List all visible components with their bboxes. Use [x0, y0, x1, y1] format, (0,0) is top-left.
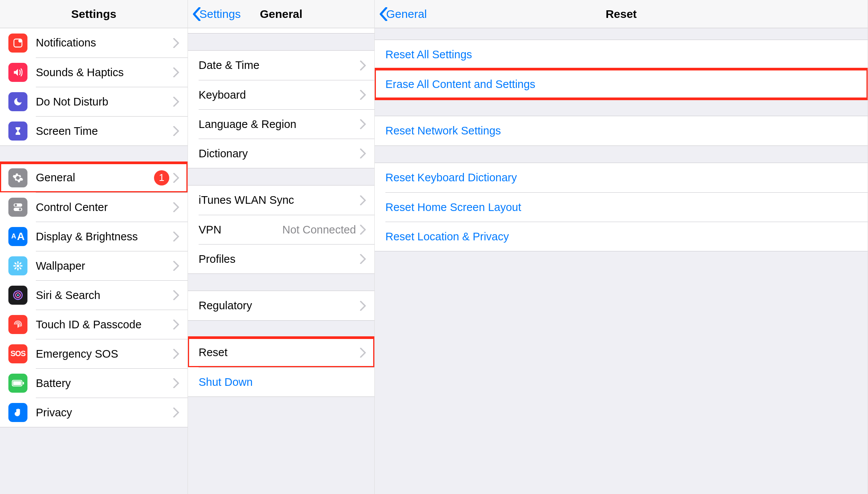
row-label: Reset Network Settings — [385, 125, 859, 137]
chevron-right-icon — [360, 61, 366, 70]
row-erase-all[interactable]: Erase All Content and Settings — [375, 69, 868, 99]
sounds-icon — [8, 63, 27, 82]
row-label: Display & Brightness — [36, 230, 173, 243]
row-itunes-sync[interactable]: iTunes WLAN Sync — [188, 185, 374, 215]
row-label: iTunes WLAN Sync — [199, 194, 360, 206]
section-gap — [188, 168, 374, 185]
navbar-general: Settings General — [188, 0, 374, 28]
section-gap — [188, 34, 374, 50]
row-datetime[interactable]: Date & Time — [188, 51, 374, 80]
chevron-right-icon — [173, 126, 179, 136]
svg-point-5 — [19, 208, 21, 210]
chevron-right-icon — [360, 90, 366, 100]
row-language[interactable]: Language & Region — [188, 109, 374, 139]
row-sos[interactable]: SOS Emergency SOS — [0, 339, 188, 368]
chevron-right-icon — [173, 378, 179, 388]
row-label: Siri & Search — [36, 289, 173, 302]
chevron-right-icon — [173, 173, 179, 183]
flower-icon — [8, 256, 27, 275]
row-reset-keyboard[interactable]: Reset Keyboard Dictionary — [375, 163, 868, 192]
row-label: Dictionary — [199, 147, 360, 160]
row-general[interactable]: General 1 — [0, 163, 188, 192]
row-dnd[interactable]: Do Not Disturb — [0, 87, 188, 116]
chevron-right-icon — [173, 97, 179, 107]
row-touchid[interactable]: Touch ID & Passcode — [0, 310, 188, 339]
hand-icon — [8, 403, 27, 422]
chevron-right-icon — [173, 261, 179, 271]
back-button[interactable]: General — [379, 0, 427, 28]
chevron-right-icon — [360, 149, 366, 158]
section-gap — [375, 28, 868, 40]
svg-point-6 — [17, 264, 19, 267]
navbar-settings: Settings — [0, 0, 188, 28]
row-label: Wallpaper — [36, 260, 173, 272]
row-siri[interactable]: Siri & Search — [0, 280, 188, 310]
pane-settings: Settings Notifications Sounds & Haptics — [0, 0, 188, 494]
fingerprint-icon — [8, 315, 27, 334]
gear-icon — [8, 168, 27, 187]
chevron-right-icon — [173, 320, 179, 329]
notifications-icon — [8, 34, 27, 53]
row-label: Emergency SOS — [36, 348, 173, 360]
row-label: Privacy — [36, 406, 173, 419]
chevron-right-icon — [360, 301, 366, 311]
row-label: Regulatory — [199, 299, 360, 312]
settings-list: Notifications Sounds & Haptics Do No — [0, 28, 188, 494]
svg-point-9 — [17, 294, 19, 296]
chevron-right-icon — [360, 119, 366, 129]
badge: 1 — [154, 170, 169, 185]
back-button[interactable]: Settings — [193, 0, 241, 28]
svg-point-4 — [14, 204, 17, 206]
row-regulatory[interactable]: Regulatory — [188, 291, 374, 320]
row-label: Screen Time — [36, 125, 173, 137]
row-label: Reset Location & Privacy — [385, 230, 859, 243]
row-label: Reset All Settings — [385, 48, 859, 61]
row-label: Keyboard — [199, 89, 360, 101]
row-reset[interactable]: Reset — [188, 338, 374, 367]
section-gap — [188, 274, 374, 291]
moon-icon — [8, 92, 27, 111]
row-label: General — [36, 171, 154, 184]
row-label: Date & Time — [199, 59, 360, 72]
navbar-reset: General Reset — [375, 0, 868, 28]
row-label: Touch ID & Passcode — [36, 318, 173, 331]
row-shutdown[interactable]: Shut Down — [188, 367, 374, 396]
row-reset-all[interactable]: Reset All Settings — [375, 40, 868, 69]
row-control-center[interactable]: Control Center — [0, 192, 188, 222]
row-sounds[interactable]: Sounds & Haptics — [0, 58, 188, 87]
row-keyboard[interactable]: Keyboard — [188, 80, 374, 109]
row-wallpaper[interactable]: Wallpaper — [0, 251, 188, 280]
row-reset-home[interactable]: Reset Home Screen Layout — [375, 192, 868, 222]
row-label: Do Not Disturb — [36, 96, 173, 108]
row-label: Reset Home Screen Layout — [385, 201, 859, 214]
page-title: Reset — [583, 8, 659, 21]
row-privacy[interactable]: Privacy — [0, 398, 188, 427]
row-dictionary[interactable]: Dictionary — [188, 139, 374, 168]
back-label: General — [386, 8, 427, 21]
row-display[interactable]: AA Display & Brightness — [0, 222, 188, 251]
row-value: Not Connected — [282, 224, 356, 236]
chevron-right-icon — [173, 232, 179, 241]
chevron-right-icon — [360, 348, 366, 358]
row-reset-location[interactable]: Reset Location & Privacy — [375, 222, 868, 251]
row-battery[interactable]: Battery — [0, 368, 188, 398]
row-label: Profiles — [199, 253, 360, 265]
svg-point-1 — [18, 39, 22, 42]
section-gap — [375, 99, 868, 116]
row-label: Notifications — [36, 37, 173, 49]
chevron-right-icon — [360, 195, 366, 205]
chevron-right-icon — [173, 202, 179, 212]
row-reset-network[interactable]: Reset Network Settings — [375, 116, 868, 145]
back-label: Settings — [199, 8, 241, 21]
svg-rect-11 — [13, 381, 21, 385]
row-profiles[interactable]: Profiles — [188, 244, 374, 273]
row-label: Sounds & Haptics — [36, 66, 173, 79]
row-label: Shut Down — [199, 376, 366, 388]
row-notifications[interactable]: Notifications — [0, 28, 188, 58]
chevron-right-icon — [173, 290, 179, 300]
row-label: Reset Keyboard Dictionary — [385, 171, 859, 184]
text-size-icon: AA — [8, 227, 27, 246]
chevron-right-icon — [173, 67, 179, 77]
row-screentime[interactable]: Screen Time — [0, 116, 188, 145]
row-vpn[interactable]: VPN Not Connected — [188, 215, 374, 244]
